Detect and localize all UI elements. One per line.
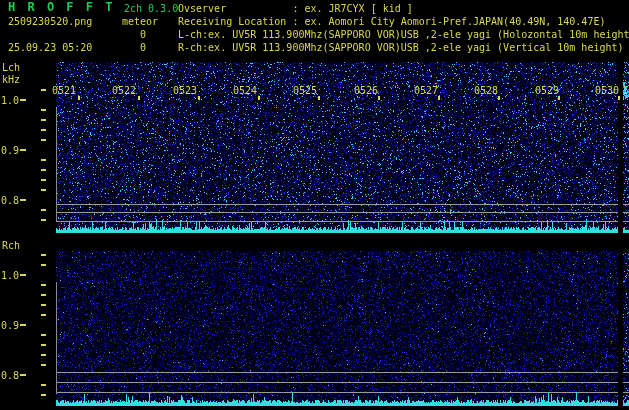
- rch-minor-tick: [41, 314, 46, 316]
- time-tick: [78, 96, 80, 100]
- lch-minor-tick: [41, 89, 46, 91]
- rch-minor-tick: [41, 364, 46, 366]
- hrofft-window: H R O F F T 2ch 0.3.0 2509230520.png met…: [0, 0, 629, 410]
- lch-minor-tick: [41, 129, 46, 131]
- lch-minor-tick: [41, 209, 46, 211]
- lch-major-tick: [20, 99, 26, 101]
- time-tick: [618, 96, 620, 100]
- axis-ticks: [0, 0, 629, 410]
- lch-minor-tick: [41, 139, 46, 141]
- rch-minor-tick: [41, 294, 46, 296]
- time-tick: [318, 96, 320, 100]
- lch-minor-tick: [41, 169, 46, 171]
- time-tick: [498, 96, 500, 100]
- lch-major-tick: [20, 149, 26, 151]
- time-tick: [258, 96, 260, 100]
- rch-minor-tick: [41, 334, 46, 336]
- rch-major-tick: [20, 274, 26, 276]
- lch-minor-tick: [41, 219, 46, 221]
- rch-minor-tick: [41, 284, 46, 286]
- rch-minor-tick: [41, 254, 46, 256]
- rch-minor-tick: [41, 264, 46, 266]
- lch-minor-tick: [41, 109, 46, 111]
- lch-minor-tick: [41, 179, 46, 181]
- time-tick: [438, 96, 440, 100]
- rch-minor-tick: [41, 354, 46, 356]
- lch-minor-tick: [41, 159, 46, 161]
- lch-minor-tick: [41, 189, 46, 191]
- time-tick: [198, 96, 200, 100]
- time-tick: [378, 96, 380, 100]
- time-tick: [138, 96, 140, 100]
- rch-minor-tick: [41, 384, 46, 386]
- rch-major-tick: [20, 374, 26, 376]
- rch-major-tick: [20, 324, 26, 326]
- lch-minor-tick: [41, 119, 46, 121]
- rch-minor-tick: [41, 394, 46, 396]
- rch-minor-tick: [41, 344, 46, 346]
- time-tick: [558, 96, 560, 100]
- lch-major-tick: [20, 199, 26, 201]
- rch-minor-tick: [41, 304, 46, 306]
